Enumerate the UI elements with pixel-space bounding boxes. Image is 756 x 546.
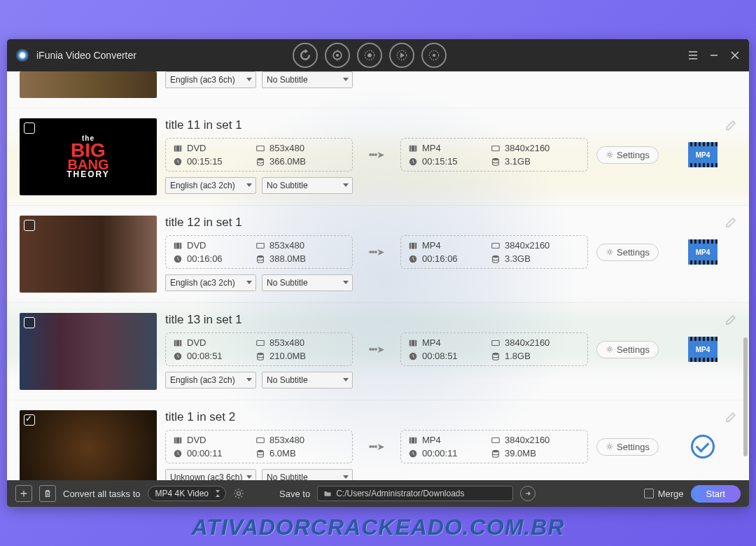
svg-rect-35 <box>257 438 265 442</box>
window-controls <box>687 50 741 61</box>
svg-point-6 <box>433 54 435 56</box>
item-title: title 13 in set 1 <box>165 313 242 327</box>
toolbar-center <box>59 43 680 68</box>
arrow-icon: •••➤ <box>361 149 392 160</box>
thumbnail[interactable] <box>20 410 157 480</box>
add-file-button[interactable] <box>15 485 32 502</box>
svg-point-24 <box>608 251 611 253</box>
subtitle-select[interactable]: No Subtitle <box>262 274 353 291</box>
list-item: title 12 in set 1DVD853x48000:16:06388.0… <box>7 206 749 303</box>
svg-point-37 <box>258 449 264 452</box>
svg-rect-11 <box>410 145 417 151</box>
item-checkbox[interactable] <box>24 317 35 328</box>
output-info: MP43840x216000:15:153.1GB <box>400 138 588 172</box>
svg-rect-21 <box>492 243 500 248</box>
item-checkbox[interactable] <box>24 220 35 231</box>
edit-title-icon[interactable] <box>725 120 736 131</box>
output-info: MP43840x216000:00:1139.0MB <box>400 430 588 463</box>
source-info: DVD853x48000:16:06388.0MB <box>165 235 353 269</box>
svg-rect-29 <box>410 340 417 346</box>
subtitle-select[interactable]: No Subtitle <box>262 469 353 480</box>
thumbnail[interactable] <box>20 71 157 98</box>
output-format-icon[interactable]: MP4 <box>688 140 718 169</box>
svg-point-23 <box>493 255 499 258</box>
open-folder-button[interactable] <box>520 486 536 501</box>
edit-title-icon[interactable] <box>725 412 736 423</box>
record-mode-icon[interactable] <box>357 43 382 68</box>
edit-title-icon[interactable] <box>725 217 736 228</box>
thumbnail[interactable]: theBIGBANGTHEORY <box>20 118 157 195</box>
svg-rect-7 <box>174 145 182 151</box>
svg-rect-16 <box>174 242 182 248</box>
burn-mode-icon[interactable] <box>421 43 447 68</box>
arrow-icon: •••➤ <box>361 344 392 355</box>
svg-rect-34 <box>174 437 182 443</box>
output-format-icon[interactable]: MP4 <box>688 335 718 364</box>
settings-button[interactable]: Settings <box>596 244 659 261</box>
audio-track-select[interactable]: English (ac3 2ch) <box>165 177 256 194</box>
list-item: theBIGBANGTHEORYtitle 11 in set 1DVD853x… <box>7 108 749 206</box>
svg-rect-25 <box>174 340 182 346</box>
audio-track-select[interactable]: English (ac3 2ch) <box>165 274 256 291</box>
svg-point-32 <box>493 352 499 355</box>
thumbnail[interactable] <box>20 313 157 390</box>
save-path-input[interactable]: C:/Users/Administrator/Downloads <box>317 486 513 501</box>
convert-label: Convert all tasks to <box>63 489 141 499</box>
edit-mode-icon[interactable] <box>389 43 414 68</box>
item-title: title 1 in set 2 <box>165 410 235 424</box>
svg-point-15 <box>608 153 611 156</box>
footer: Convert all tasks to MP4 4K Video Save t… <box>7 480 749 507</box>
output-format-icon[interactable]: MP4 <box>688 237 718 267</box>
edit-title-icon[interactable] <box>725 314 736 326</box>
subtitle-select[interactable]: No Subtitle <box>262 372 353 388</box>
svg-rect-8 <box>257 146 265 150</box>
format-settings-icon[interactable] <box>233 488 244 499</box>
app-window: iFunia Video Converter English (ac3 6ch)… <box>7 39 749 507</box>
list-item: English (ac3 6ch)No Subtitle <box>7 71 749 108</box>
start-button[interactable]: Start <box>691 485 741 503</box>
done-icon <box>688 432 718 461</box>
svg-point-1 <box>337 54 339 56</box>
source-info: DVD853x48000:15:15366.0MB <box>165 138 353 172</box>
source-info: DVD853x48000:08:51210.0MB <box>165 332 353 366</box>
svg-point-43 <box>237 492 241 496</box>
svg-point-42 <box>608 445 611 448</box>
svg-point-41 <box>493 449 499 452</box>
list-item: title 13 in set 1DVD853x48000:08:51210.0… <box>7 303 749 400</box>
minimize-icon[interactable] <box>708 50 720 61</box>
svg-point-28 <box>258 352 264 355</box>
download-mode-icon[interactable] <box>325 43 350 68</box>
save-to-label: Save to <box>279 489 310 499</box>
merge-toggle[interactable]: Merge <box>644 489 684 499</box>
svg-point-14 <box>493 158 499 160</box>
subtitle-select[interactable]: No Subtitle <box>262 71 353 88</box>
svg-rect-20 <box>410 242 417 248</box>
scrollbar[interactable] <box>743 337 748 456</box>
settings-button[interactable]: Settings <box>596 146 659 164</box>
svg-rect-26 <box>257 340 265 345</box>
list-item: title 1 in set 2DVD853x48000:00:116.0MB•… <box>7 400 749 480</box>
settings-button[interactable]: Settings <box>596 341 659 358</box>
audio-track-select[interactable]: English (ac3 2ch) <box>165 372 256 388</box>
titlebar: iFunia Video Converter <box>7 39 749 71</box>
merge-checkbox[interactable] <box>644 489 654 498</box>
item-title: title 11 in set 1 <box>165 118 242 132</box>
thumbnail[interactable] <box>20 216 157 293</box>
convert-mode-icon[interactable] <box>293 43 318 68</box>
menu-icon[interactable] <box>687 50 699 61</box>
item-checkbox[interactable] <box>24 414 35 426</box>
settings-button[interactable]: Settings <box>596 438 659 456</box>
delete-button[interactable] <box>39 485 56 502</box>
svg-rect-30 <box>492 340 500 345</box>
svg-point-19 <box>258 255 264 258</box>
output-format-select[interactable]: MP4 4K Video <box>148 486 227 501</box>
close-icon[interactable] <box>729 50 741 61</box>
svg-point-10 <box>258 158 264 160</box>
item-list[interactable]: English (ac3 6ch)No SubtitletheBIGBANGTH… <box>7 71 749 480</box>
item-title: title 12 in set 1 <box>165 216 242 230</box>
arrow-icon: •••➤ <box>361 441 392 452</box>
audio-track-select[interactable]: English (ac3 6ch) <box>165 71 256 88</box>
svg-point-33 <box>608 348 611 351</box>
subtitle-select[interactable]: No Subtitle <box>262 177 353 194</box>
audio-track-select[interactable]: Unknown (ac3 6ch) <box>165 469 256 480</box>
